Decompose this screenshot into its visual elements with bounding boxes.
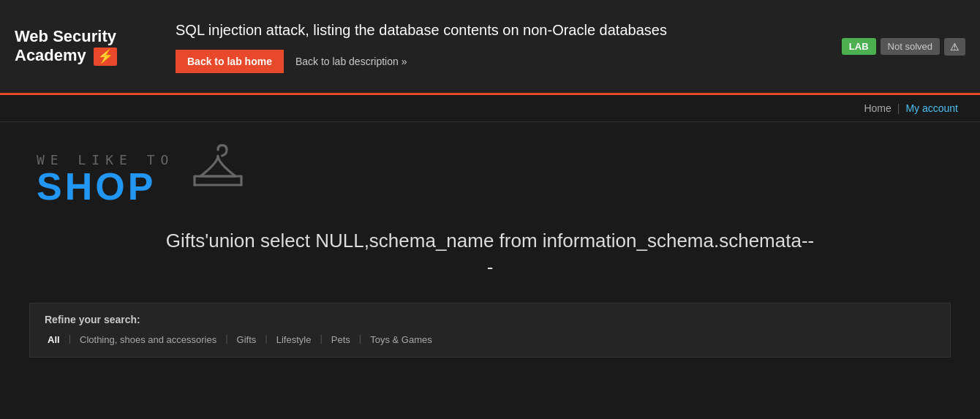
shop-word: SHOP	[37, 167, 174, 205]
hanger-icon	[189, 144, 247, 213]
pill-separator: |	[265, 333, 267, 347]
logo-block: Web Security Academy ⚡	[15, 27, 161, 67]
main-content: WE LIKE TO SHOP Gifts'union select NULL,…	[0, 122, 980, 372]
search-heading: Gifts'union select NULL,schema_name from…	[161, 227, 819, 281]
filter-pills: All|Clothing, shoes and accessories|Gift…	[45, 333, 935, 347]
lab-status-block: LAB Not solved ⚠	[842, 38, 965, 56]
lab-info: SQL injection attack, listing the databa…	[161, 20, 842, 73]
warning-icon: ⚠	[944, 38, 965, 56]
back-to-lab-home-button[interactable]: Back to lab home	[176, 50, 284, 73]
shop-text-block: WE LIKE TO SHOP	[37, 152, 174, 205]
top-bar: Web Security Academy ⚡ SQL injection att…	[0, 0, 980, 95]
pill-separator: |	[320, 333, 322, 347]
filter-pill-gifts[interactable]: Gifts	[234, 333, 260, 347]
filter-pill-clothing[interactable]: Clothing, shoes and accessories	[77, 333, 219, 347]
lab-badge: LAB	[842, 38, 876, 55]
logo-badge: ⚡	[94, 48, 117, 67]
nav-my-account-link[interactable]: My account	[905, 102, 958, 114]
nav-bar: Home | My account	[0, 95, 980, 122]
pill-separator: |	[69, 333, 71, 347]
chevron-right-icon: »	[402, 56, 407, 67]
refine-label: Refine your search:	[45, 314, 935, 325]
filter-pill-pets[interactable]: Pets	[328, 333, 353, 347]
filter-pill-toys[interactable]: Toys & Games	[367, 333, 435, 347]
shop-logo-area: WE LIKE TO SHOP	[15, 144, 965, 213]
logo-text: Web Security Academy ⚡	[15, 27, 117, 64]
filter-pill-lifestyle[interactable]: Lifestyle	[274, 333, 314, 347]
not-solved-badge: Not solved	[881, 38, 940, 55]
nav-home-link[interactable]: Home	[864, 102, 891, 114]
back-to-lab-description-link[interactable]: Back to lab description »	[295, 56, 407, 67]
pill-separator: |	[359, 333, 361, 347]
lab-title: SQL injection attack, listing the databa…	[176, 20, 842, 39]
pill-separator: |	[225, 333, 227, 347]
refine-section: Refine your search: All|Clothing, shoes …	[29, 303, 951, 358]
nav-separator: |	[897, 102, 900, 114]
lab-buttons: Back to lab home Back to lab description…	[176, 50, 842, 73]
filter-pill-all[interactable]: All	[45, 333, 63, 347]
